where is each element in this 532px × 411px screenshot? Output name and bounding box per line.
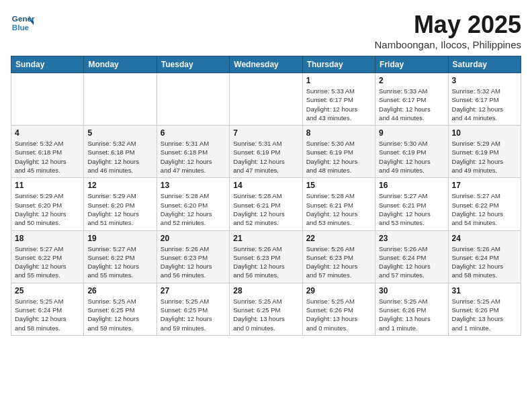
calendar-cell: 13Sunrise: 5:28 AM Sunset: 6:20 PM Dayli… xyxy=(157,178,229,230)
day-info: Sunrise: 5:29 AM Sunset: 6:20 PM Dayligh… xyxy=(87,191,152,227)
day-number: 20 xyxy=(161,234,226,243)
day-info: Sunrise: 5:27 AM Sunset: 6:22 PM Dayligh… xyxy=(452,191,517,227)
calendar-week-row: 4Sunrise: 5:32 AM Sunset: 6:18 PM Daylig… xyxy=(11,126,521,178)
day-info: Sunrise: 5:26 AM Sunset: 6:24 PM Dayligh… xyxy=(452,244,517,280)
day-info: Sunrise: 5:28 AM Sunset: 6:21 PM Dayligh… xyxy=(233,191,298,227)
calendar-cell xyxy=(84,73,157,126)
day-info: Sunrise: 5:33 AM Sunset: 6:17 PM Dayligh… xyxy=(306,87,371,122)
month-title: May 2025 xyxy=(375,11,521,39)
calendar-cell: 15Sunrise: 5:28 AM Sunset: 6:21 PM Dayli… xyxy=(302,178,375,230)
weekday-header-sunday: Sunday xyxy=(11,56,84,73)
calendar-cell: 24Sunrise: 5:26 AM Sunset: 6:24 PM Dayli… xyxy=(448,230,521,283)
calendar-cell: 8Sunrise: 5:30 AM Sunset: 6:19 PM Daylig… xyxy=(302,126,375,178)
calendar-cell: 26Sunrise: 5:25 AM Sunset: 6:25 PM Dayli… xyxy=(84,283,157,335)
day-number: 6 xyxy=(161,128,226,138)
day-number: 3 xyxy=(452,76,517,85)
day-info: Sunrise: 5:30 AM Sunset: 6:19 PM Dayligh… xyxy=(306,139,371,175)
day-number: 8 xyxy=(306,128,371,138)
weekday-header-wednesday: Wednesday xyxy=(230,56,302,73)
calendar-cell: 30Sunrise: 5:25 AM Sunset: 6:26 PM Dayli… xyxy=(375,283,448,335)
day-number: 1 xyxy=(306,76,371,85)
day-number: 30 xyxy=(379,286,444,295)
logo: General Blue xyxy=(11,11,35,35)
day-number: 4 xyxy=(15,128,80,138)
day-info: Sunrise: 5:27 AM Sunset: 6:22 PM Dayligh… xyxy=(87,244,152,280)
weekday-header-row: SundayMondayTuesdayWednesdayThursdayFrid… xyxy=(11,56,521,73)
calendar-cell: 11Sunrise: 5:29 AM Sunset: 6:20 PM Dayli… xyxy=(11,178,84,230)
title-area: May 2025 Namboongan, Ilocos, Philippines xyxy=(375,11,521,50)
day-number: 12 xyxy=(87,181,152,190)
day-number: 28 xyxy=(233,286,298,295)
day-number: 22 xyxy=(306,234,371,243)
calendar-table: SundayMondayTuesdayWednesdayThursdayFrid… xyxy=(11,56,521,336)
calendar-cell: 3Sunrise: 5:32 AM Sunset: 6:17 PM Daylig… xyxy=(448,73,521,126)
calendar-cell: 19Sunrise: 5:27 AM Sunset: 6:22 PM Dayli… xyxy=(84,230,157,283)
day-number: 2 xyxy=(379,76,444,85)
calendar-week-row: 25Sunrise: 5:25 AM Sunset: 6:24 PM Dayli… xyxy=(11,283,521,335)
calendar-cell: 16Sunrise: 5:27 AM Sunset: 6:21 PM Dayli… xyxy=(375,178,448,230)
svg-text:Blue: Blue xyxy=(12,23,30,32)
calendar-cell: 6Sunrise: 5:31 AM Sunset: 6:18 PM Daylig… xyxy=(157,126,229,178)
calendar-cell xyxy=(230,73,302,126)
day-number: 26 xyxy=(87,286,152,295)
day-info: Sunrise: 5:32 AM Sunset: 6:18 PM Dayligh… xyxy=(87,139,152,175)
day-number: 10 xyxy=(452,128,517,138)
day-info: Sunrise: 5:30 AM Sunset: 6:19 PM Dayligh… xyxy=(379,139,444,175)
day-number: 11 xyxy=(15,181,80,190)
day-number: 25 xyxy=(15,286,80,295)
day-info: Sunrise: 5:31 AM Sunset: 6:18 PM Dayligh… xyxy=(161,139,226,175)
calendar-cell: 10Sunrise: 5:29 AM Sunset: 6:19 PM Dayli… xyxy=(448,126,521,178)
day-info: Sunrise: 5:25 AM Sunset: 6:26 PM Dayligh… xyxy=(379,297,444,332)
day-number: 15 xyxy=(306,181,371,190)
calendar-cell: 25Sunrise: 5:25 AM Sunset: 6:24 PM Dayli… xyxy=(11,283,84,335)
calendar-cell: 12Sunrise: 5:29 AM Sunset: 6:20 PM Dayli… xyxy=(84,178,157,230)
day-info: Sunrise: 5:27 AM Sunset: 6:22 PM Dayligh… xyxy=(15,244,80,280)
calendar-cell: 9Sunrise: 5:30 AM Sunset: 6:19 PM Daylig… xyxy=(375,126,448,178)
calendar-week-row: 11Sunrise: 5:29 AM Sunset: 6:20 PM Dayli… xyxy=(11,178,521,230)
calendar-cell xyxy=(157,73,229,126)
day-info: Sunrise: 5:25 AM Sunset: 6:25 PM Dayligh… xyxy=(161,297,226,332)
calendar-cell: 4Sunrise: 5:32 AM Sunset: 6:18 PM Daylig… xyxy=(11,126,84,178)
calendar-cell: 5Sunrise: 5:32 AM Sunset: 6:18 PM Daylig… xyxy=(84,126,157,178)
day-info: Sunrise: 5:26 AM Sunset: 6:23 PM Dayligh… xyxy=(306,244,371,280)
day-info: Sunrise: 5:26 AM Sunset: 6:24 PM Dayligh… xyxy=(379,244,444,280)
day-info: Sunrise: 5:27 AM Sunset: 6:21 PM Dayligh… xyxy=(379,191,444,227)
calendar-cell: 23Sunrise: 5:26 AM Sunset: 6:24 PM Dayli… xyxy=(375,230,448,283)
calendar-cell: 31Sunrise: 5:25 AM Sunset: 6:26 PM Dayli… xyxy=(448,283,521,335)
day-number: 27 xyxy=(161,286,226,295)
weekday-header-saturday: Saturday xyxy=(448,56,521,73)
day-info: Sunrise: 5:28 AM Sunset: 6:21 PM Dayligh… xyxy=(306,191,371,227)
day-number: 21 xyxy=(233,234,298,243)
day-number: 14 xyxy=(233,181,298,190)
calendar-cell xyxy=(11,73,84,126)
calendar-cell: 27Sunrise: 5:25 AM Sunset: 6:25 PM Dayli… xyxy=(157,283,229,335)
calendar-week-row: 18Sunrise: 5:27 AM Sunset: 6:22 PM Dayli… xyxy=(11,230,521,283)
day-number: 31 xyxy=(452,286,517,295)
day-info: Sunrise: 5:26 AM Sunset: 6:23 PM Dayligh… xyxy=(233,244,298,280)
day-info: Sunrise: 5:32 AM Sunset: 6:17 PM Dayligh… xyxy=(452,87,517,122)
page-header: General Blue May 2025 Namboongan, Ilocos… xyxy=(11,11,521,50)
location-title: Namboongan, Ilocos, Philippines xyxy=(375,39,521,50)
day-info: Sunrise: 5:29 AM Sunset: 6:20 PM Dayligh… xyxy=(15,191,80,227)
calendar-cell: 2Sunrise: 5:33 AM Sunset: 6:17 PM Daylig… xyxy=(375,73,448,126)
day-info: Sunrise: 5:26 AM Sunset: 6:23 PM Dayligh… xyxy=(161,244,226,280)
day-number: 29 xyxy=(306,286,371,295)
weekday-header-monday: Monday xyxy=(84,56,157,73)
calendar-cell: 18Sunrise: 5:27 AM Sunset: 6:22 PM Dayli… xyxy=(11,230,84,283)
day-number: 17 xyxy=(452,181,517,190)
day-info: Sunrise: 5:28 AM Sunset: 6:20 PM Dayligh… xyxy=(161,191,226,227)
day-info: Sunrise: 5:25 AM Sunset: 6:26 PM Dayligh… xyxy=(306,297,371,332)
calendar-cell: 1Sunrise: 5:33 AM Sunset: 6:17 PM Daylig… xyxy=(302,73,375,126)
day-info: Sunrise: 5:25 AM Sunset: 6:25 PM Dayligh… xyxy=(233,297,298,332)
calendar-cell: 14Sunrise: 5:28 AM Sunset: 6:21 PM Dayli… xyxy=(230,178,302,230)
weekday-header-tuesday: Tuesday xyxy=(157,56,229,73)
day-info: Sunrise: 5:25 AM Sunset: 6:24 PM Dayligh… xyxy=(15,297,80,332)
day-number: 16 xyxy=(379,181,444,190)
day-number: 5 xyxy=(87,128,152,138)
day-info: Sunrise: 5:25 AM Sunset: 6:25 PM Dayligh… xyxy=(87,297,152,332)
calendar-cell: 28Sunrise: 5:25 AM Sunset: 6:25 PM Dayli… xyxy=(230,283,302,335)
weekday-header-friday: Friday xyxy=(375,56,448,73)
day-number: 9 xyxy=(379,128,444,138)
day-number: 19 xyxy=(87,234,152,243)
day-number: 13 xyxy=(161,181,226,190)
